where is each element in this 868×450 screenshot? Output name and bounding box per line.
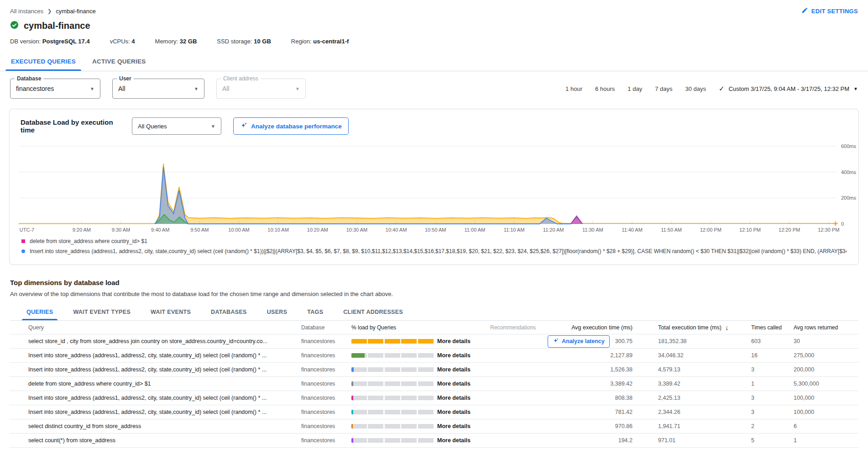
time-range-1-day[interactable]: 1 day: [627, 85, 642, 92]
svg-text:11:20 AM: 11:20 AM: [543, 227, 564, 233]
table-row[interactable]: select distinct country_id from store_ad…: [9, 419, 859, 434]
analyze-latency-button[interactable]: Analyze latency: [548, 335, 610, 348]
load-bar-fill: [351, 339, 434, 344]
table-row[interactable]: select store_id , city from store_addres…: [9, 334, 859, 349]
table-row[interactable]: Insert into store_address (address1, add…: [9, 405, 859, 419]
database-cell: financestores: [301, 352, 351, 359]
tab-client-addresses[interactable]: CLIENT ADDRESSES: [334, 304, 412, 320]
time-range-30-days[interactable]: 30 days: [685, 85, 706, 92]
table-body: select store_id , city from store_addres…: [9, 334, 859, 448]
user-filter[interactable]: User All ▼: [112, 79, 204, 99]
times-called-cell: 2: [741, 423, 794, 429]
chevron-down-icon: ▼: [194, 86, 199, 91]
time-range-1-hour[interactable]: 1 hour: [565, 85, 582, 92]
breadcrumb-all-instances[interactable]: All instances: [10, 8, 43, 15]
edit-settings-button[interactable]: EDIT SETTINGS: [801, 7, 858, 15]
chevron-down-icon: ▼: [295, 86, 300, 91]
times-called-cell: 3: [741, 409, 794, 415]
table-row[interactable]: Insert into store_address (address1, add…: [9, 349, 859, 363]
load-chart[interactable]: 600ms400ms200ms09:20 AM9:30 AM9:40 AM9:5…: [10, 138, 859, 234]
more-details-link[interactable]: More details: [437, 409, 490, 415]
svg-text:10:20 AM: 10:20 AM: [307, 227, 328, 233]
col-database[interactable]: Database: [301, 324, 351, 331]
avg-rows-cell: 200,000: [794, 366, 859, 373]
time-range-7-days[interactable]: 7 days: [655, 85, 672, 92]
col-load[interactable]: % load by Queries: [351, 324, 437, 331]
col-avg-execution-time[interactable]: Avg execution time (ms): [549, 324, 641, 331]
query-cell: select store_id , city from store_addres…: [9, 338, 301, 344]
query-insights-page: All instances ❯ cymbal-finance EDIT SETT…: [0, 0, 868, 450]
tab-databases[interactable]: DATABASES: [202, 304, 256, 320]
col-times-called[interactable]: Times called: [741, 324, 794, 331]
svg-text:9:30 AM: 9:30 AM: [112, 227, 130, 233]
tab-users[interactable]: USERS: [258, 304, 297, 320]
total-execution-cell: 971.01: [641, 437, 741, 444]
database-filter[interactable]: Database financestores ▼: [10, 79, 100, 99]
more-details-link[interactable]: More details: [437, 366, 490, 373]
query-cell: Insert into store_address (address1, add…: [9, 395, 301, 401]
more-details-link[interactable]: More details: [437, 352, 490, 359]
time-range-custom[interactable]: ✓ Custom 3/17/25, 9:04 AM - 3/17/25, 12:…: [719, 85, 858, 93]
svg-text:10:50 AM: 10:50 AM: [425, 227, 446, 233]
col-recommendations: Recommendations: [490, 324, 549, 331]
col-avg-rows-returned[interactable]: Avg rows returned: [794, 324, 859, 331]
table-row[interactable]: Insert into store_address (address1, add…: [9, 363, 859, 377]
query-filter-select[interactable]: All Queries ▼: [132, 117, 221, 135]
total-execution-cell: 2,344.26: [641, 409, 741, 415]
load-bar-fill: [351, 410, 353, 414]
analyze-database-performance-button[interactable]: Analyze database performance: [233, 117, 349, 135]
query-cell: Insert into store_address (address1, add…: [9, 366, 301, 373]
database-cell: financestores: [301, 381, 351, 387]
total-execution-cell: 34,046.32: [641, 352, 741, 359]
query-cell: select count(*) from store_address: [9, 437, 301, 444]
database-cell: financestores: [301, 409, 351, 415]
avg-value: 781.42: [615, 409, 633, 415]
load-bar-track: [351, 396, 434, 400]
avg-value: 3,389.42: [610, 381, 633, 387]
svg-text:11:50 AM: 11:50 AM: [661, 227, 682, 233]
meta-value: us-central1-f: [313, 38, 349, 45]
chevron-down-icon: ▼: [853, 86, 858, 91]
times-called-cell: 3: [741, 395, 794, 401]
tab-wait-events[interactable]: WAIT EVENTS: [141, 304, 200, 320]
meta-value: PostgreSQL 17.4: [42, 38, 90, 45]
tab-active-queries[interactable]: ACTIVE QUERIES: [84, 52, 154, 71]
load-bar-cell: [351, 353, 437, 358]
more-details-link[interactable]: More details: [437, 381, 490, 387]
table-row[interactable]: Insert into store_address (address1, add…: [9, 391, 859, 405]
more-details-link[interactable]: More details: [437, 423, 490, 429]
more-details-link[interactable]: More details: [437, 437, 490, 444]
breadcrumb-current: cymbal-finance: [56, 8, 95, 15]
more-details-link[interactable]: More details: [437, 395, 490, 401]
load-bar-fill: [351, 381, 353, 386]
load-bar-cell: [351, 339, 437, 344]
legend-square-icon: [21, 239, 25, 243]
svg-text:400ms: 400ms: [841, 169, 857, 175]
meta-label: Memory:: [155, 38, 178, 45]
svg-text:200ms: 200ms: [841, 195, 857, 201]
col-total-execution-time[interactable]: Total execution time (ms) ↓: [641, 323, 741, 331]
spark-icon: [553, 338, 559, 345]
load-bar-fill: [351, 438, 353, 443]
col-query[interactable]: Query: [9, 324, 301, 331]
chevron-down-icon: ▼: [211, 124, 215, 129]
query-cell: Insert into store_address (address1, add…: [9, 409, 301, 415]
database-cell: financestores: [301, 437, 351, 444]
svg-text:9:20 AM: 9:20 AM: [73, 227, 91, 233]
tab-queries[interactable]: QUERIES: [17, 304, 62, 320]
table-row[interactable]: select count(*) from store_address finan…: [9, 434, 859, 448]
legend-label: Insert into store_address (address1, add…: [30, 248, 847, 254]
avg-value: 2,127.89: [610, 352, 633, 359]
sort-descending-icon[interactable]: ↓: [725, 323, 729, 331]
tab-executed-queries[interactable]: EXECUTED QUERIES: [3, 52, 84, 71]
svg-text:11:00 AM: 11:00 AM: [465, 227, 486, 233]
time-range-6-hours[interactable]: 6 hours: [595, 85, 615, 92]
avg-value: 808.38: [615, 395, 633, 401]
more-details-link[interactable]: More details: [437, 338, 490, 344]
legend-circle-icon: [21, 249, 25, 253]
tab-wait-event-types[interactable]: WAIT EVENT TYPES: [64, 304, 140, 320]
load-bar-cell: [351, 410, 437, 414]
table-row[interactable]: delete from store_address where country_…: [9, 377, 859, 391]
tab-tags[interactable]: TAGS: [298, 304, 332, 320]
times-called-cell: 603: [741, 338, 794, 344]
